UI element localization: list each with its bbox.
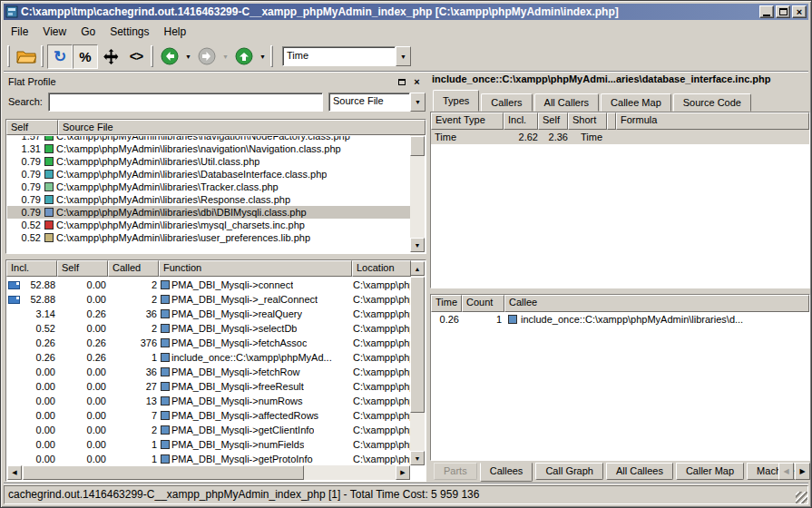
back-dropdown-caret[interactable]: ▼ xyxy=(182,44,194,69)
column-header-formula[interactable]: Formula xyxy=(616,112,809,130)
search-input[interactable] xyxy=(48,93,323,112)
column-header-incl[interactable]: Incl. xyxy=(6,260,57,277)
column-header-location[interactable]: Location xyxy=(352,260,411,277)
cycle-detection-button[interactable]: <> xyxy=(123,44,149,69)
tab-callee-map[interactable]: Callee Map xyxy=(601,93,671,112)
back-button[interactable] xyxy=(157,44,182,69)
function-row[interactable]: 0.000.007PMA_DBI_Mysqli->affectedRowsC:\… xyxy=(7,408,410,423)
tab-caller-map[interactable]: Caller Map xyxy=(676,463,744,480)
column-header-count[interactable]: Count xyxy=(462,295,504,312)
source-row[interactable]: 0.79C:\xampp\phpMyAdmin\libraries\Respon… xyxy=(7,193,410,206)
cost-color-icon xyxy=(44,170,54,179)
callee-row[interactable]: 0.26 1 include_once::C:\xampp\phpMyAdmin… xyxy=(431,312,809,327)
function-row[interactable]: 0.000.0027PMA_DBI_Mysqli->freeResultC:\x… xyxy=(7,379,410,394)
source-row[interactable]: 0.52C:\xampp\phpMyAdmin\libraries\mysql_… xyxy=(7,219,410,231)
event-type-select[interactable]: Time ▼ xyxy=(282,46,411,66)
app-icon[interactable] xyxy=(5,5,18,18)
function-row[interactable]: 0.000.0036PMA_DBI_Mysqli->fetchRowC:\xam… xyxy=(7,365,410,379)
source-row[interactable]: 1.57C:\xampp\phpMyAdmin\libraries\naviga… xyxy=(7,136,410,142)
column-header-source-file[interactable]: Source File xyxy=(58,120,426,135)
menu-view[interactable]: View xyxy=(35,23,73,41)
column-header-self[interactable]: Self xyxy=(57,260,108,277)
function-row[interactable]: 52.880.002PMA_DBI_Mysqli->_realConnectC:… xyxy=(7,292,410,307)
column-header-called[interactable]: Called xyxy=(108,260,159,277)
function-row[interactable]: 3.140.2636PMA_DBI_Mysqli->realQueryC:\xa… xyxy=(7,307,410,321)
up-dropdown-caret[interactable]: ▼ xyxy=(257,44,269,69)
reload-button[interactable]: ↻ xyxy=(47,44,73,69)
source-row[interactable]: 0.79C:\xampp\phpMyAdmin\libraries\Databa… xyxy=(7,168,410,181)
scroll-left-button[interactable]: ◀ xyxy=(7,465,22,480)
relative-percent-toggle[interactable]: % xyxy=(73,44,98,69)
function-table-hscrollbar[interactable]: ◀ ▶ xyxy=(7,465,410,480)
scrollbar-thumb[interactable] xyxy=(410,136,425,156)
toolbar-grip[interactable] xyxy=(7,45,10,67)
source-row[interactable]: 0.79C:\xampp\phpMyAdmin\libraries\Util.c… xyxy=(7,155,410,168)
scroll-down-button[interactable]: ▼ xyxy=(410,451,425,465)
minimize-button[interactable] xyxy=(759,5,774,18)
source-row-selected[interactable]: 0.79C:\xampp\phpMyAdmin\libraries\dbi\DB… xyxy=(7,206,410,219)
menu-file[interactable]: File xyxy=(4,23,35,41)
tab-scroll-right-button[interactable]: ▶ xyxy=(795,463,810,480)
tab-scroll-left-button[interactable]: ◀ xyxy=(778,463,794,480)
menu-go[interactable]: Go xyxy=(73,23,103,41)
column-header-incl[interactable]: Incl. xyxy=(504,112,538,130)
function-row[interactable]: 0.520.002PMA_DBI_Mysqli->selectDbC:\xamp… xyxy=(7,321,410,336)
menu-settings[interactable]: Settings xyxy=(103,23,156,41)
function-table-vscrollbar[interactable]: ▲ ▼ xyxy=(410,261,425,465)
column-header-self[interactable]: Self xyxy=(538,112,568,130)
event-type-dropdown-button[interactable]: ▼ xyxy=(396,46,411,66)
tab-callees[interactable]: Callees xyxy=(480,463,533,482)
function-row[interactable]: 0.000.0013PMA_DBI_Mysqli->numRowsC:\xamp… xyxy=(7,394,410,408)
tab-all-callees[interactable]: All Callees xyxy=(606,463,673,480)
scroll-down-button[interactable]: ▼ xyxy=(410,238,425,252)
called-value: 376 xyxy=(109,337,160,348)
tab-all-callers[interactable]: All Callers xyxy=(534,93,600,112)
panel-splitter[interactable] xyxy=(426,73,429,482)
dock-float-button[interactable] xyxy=(395,75,408,88)
forward-button[interactable] xyxy=(194,44,220,69)
toolbar-grip[interactable] xyxy=(151,45,153,67)
group-by-select[interactable]: Source File ▼ xyxy=(328,93,426,112)
event-type-value[interactable]: Time xyxy=(282,46,396,66)
column-header-event-type[interactable]: Event Type xyxy=(431,112,504,130)
column-header-short[interactable]: Short xyxy=(568,112,607,130)
maximize-button[interactable] xyxy=(776,5,790,18)
dock-close-button[interactable]: × xyxy=(410,75,424,88)
source-row[interactable]: 0.52C:\xampp\phpMyAdmin\libraries\user_p… xyxy=(7,231,410,244)
self-value: 0.79 xyxy=(7,156,44,167)
expand-all-button[interactable] xyxy=(98,44,123,69)
column-header-time[interactable]: Time xyxy=(431,295,462,312)
scroll-right-button[interactable]: ▶ xyxy=(396,465,410,480)
scrollbar-thumb[interactable] xyxy=(410,277,425,413)
close-button[interactable]: × xyxy=(792,5,807,18)
source-row[interactable]: 1.31C:\xampp\phpMyAdmin\libraries\naviga… xyxy=(7,142,410,155)
toolbar-grip[interactable] xyxy=(41,45,44,67)
group-by-value[interactable]: Source File xyxy=(328,93,410,112)
open-file-button[interactable] xyxy=(14,44,39,69)
tab-callers[interactable]: Callers xyxy=(481,93,532,112)
scrollbar-thumb[interactable] xyxy=(23,465,304,480)
forward-dropdown-caret[interactable]: ▼ xyxy=(220,44,231,69)
function-row[interactable]: 0.260.261include_once::C:\xampp\phpMyAd.… xyxy=(7,350,410,365)
menu-help[interactable]: Help xyxy=(157,23,194,41)
tab-call-graph[interactable]: Call Graph xyxy=(535,463,603,480)
function-row[interactable]: 0.000.002PMA_DBI_Mysqli->getClientInfoC:… xyxy=(7,423,410,437)
function-row[interactable]: 52.880.002PMA_DBI_Mysqli->connectC:\xamp… xyxy=(7,278,410,292)
source-list-vscrollbar[interactable]: ▲ ▼ xyxy=(410,121,425,252)
function-row[interactable]: 0.000.001PMA_DBI_Mysqli->getProtoInfoC:\… xyxy=(7,452,410,465)
column-header-spacer[interactable] xyxy=(607,112,616,130)
group-by-dropdown-button[interactable]: ▼ xyxy=(410,93,426,112)
event-type-row[interactable]: Time 2.62 2.36 Time xyxy=(431,130,809,144)
function-row[interactable]: 0.260.26376PMA_DBI_Mysqli->fetchAssocC:\… xyxy=(7,336,410,350)
column-header-callee[interactable]: Callee xyxy=(504,295,809,312)
resize-grip[interactable] xyxy=(796,492,807,503)
source-row[interactable]: 0.79C:\xampp\phpMyAdmin\libraries\Tracke… xyxy=(7,181,410,193)
toolbar-grip[interactable] xyxy=(270,45,273,67)
column-header-function[interactable]: Function xyxy=(159,260,352,277)
column-header-self[interactable]: Self xyxy=(6,120,58,135)
up-button[interactable] xyxy=(231,44,257,69)
scroll-up-button[interactable]: ▲ xyxy=(410,261,425,276)
tab-source-code[interactable]: Source Code xyxy=(673,93,751,112)
tab-types[interactable]: Types xyxy=(433,90,479,112)
function-row[interactable]: 0.000.001PMA_DBI_Mysqli->numFieldsC:\xam… xyxy=(7,437,410,452)
